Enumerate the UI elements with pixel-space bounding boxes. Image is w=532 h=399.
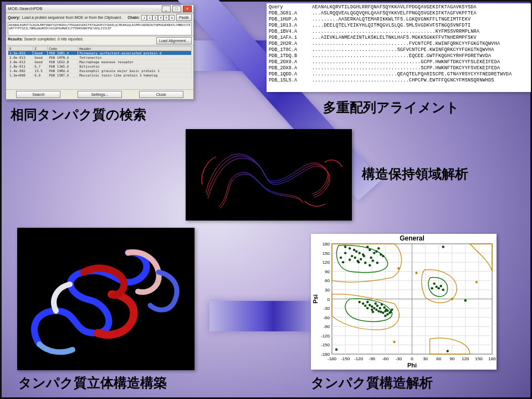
alignment-query-row: Query AEANALKQRVTILDGHLRRFQNAFSQYKKAVLFP… bbox=[269, 4, 529, 11]
backbone-overlay-panel bbox=[186, 129, 352, 221]
svg-text:General: General bbox=[400, 234, 424, 242]
chain-5[interactable]: 5 bbox=[163, 15, 169, 21]
svg-point-77 bbox=[369, 264, 371, 266]
svg-point-100 bbox=[371, 309, 373, 311]
results-label: Results: bbox=[8, 37, 23, 41]
svg-point-110 bbox=[435, 285, 437, 288]
alignment-row: PDB_2OX8.A..............................… bbox=[269, 65, 529, 71]
table-row[interactable]: 1.5e-053GoodPDB_3G81.APulmonary surfacta… bbox=[8, 51, 192, 55]
svg-text:-90: -90 bbox=[323, 324, 330, 329]
svg-point-115 bbox=[431, 287, 433, 289]
alignment-row-seq: .................................FVCNTCP… bbox=[312, 41, 500, 47]
chain-selector[interactable]: 123456 bbox=[141, 15, 175, 21]
alignment-row-name: PDB_1TDQ.B bbox=[269, 53, 312, 59]
alignment-row-seq: ...AIEVKLANMEAEINTLKSKLELTNKLHAFS.MGKKSG… bbox=[312, 35, 477, 41]
svg-point-75 bbox=[357, 261, 360, 263]
chain-4[interactable]: 4 bbox=[158, 15, 163, 21]
svg-text:30: 30 bbox=[423, 356, 428, 361]
alignment-row-seq: ........................................… bbox=[312, 29, 479, 35]
svg-point-97 bbox=[383, 306, 386, 309]
svg-text:-30: -30 bbox=[323, 306, 330, 311]
svg-point-116 bbox=[464, 299, 467, 301]
svg-point-69 bbox=[370, 257, 372, 259]
alignment-row: PDB_1HUP.A.........AASERKALQTEMARIKKWLTF… bbox=[269, 17, 529, 23]
svg-point-124 bbox=[393, 341, 395, 343]
alignment-row: PDB_1BV4.A..............................… bbox=[269, 29, 529, 35]
svg-point-74 bbox=[344, 245, 346, 248]
svg-text:-180: -180 bbox=[328, 356, 337, 361]
col-z[interactable]: Z bbox=[33, 47, 48, 51]
search-button[interactable]: Search bbox=[16, 91, 60, 98]
alignment-row-seq: ...ASLRQQVEALQGQVQHLQAAFSQYKKVELFPNGQSVG… bbox=[312, 11, 477, 17]
svg-text:-30: -30 bbox=[396, 356, 402, 361]
chain-3[interactable]: 3 bbox=[152, 15, 158, 21]
chain-label: Chain: bbox=[127, 16, 140, 19]
alignment-row-name: PDB_1SL5.A bbox=[269, 78, 312, 84]
svg-point-109 bbox=[391, 309, 393, 311]
alignment-row-name: PDB_2H2R.A bbox=[269, 41, 312, 47]
svg-point-107 bbox=[386, 313, 388, 315]
alignment-row-seq: .....................................GCP… bbox=[312, 59, 500, 65]
svg-point-62 bbox=[360, 258, 362, 260]
ramachandran-panel: -180-150-120-90-60-300306090120150180-18… bbox=[311, 234, 497, 370]
alignment-row-name: PDB_2OX9.A bbox=[269, 59, 312, 65]
svg-point-61 bbox=[354, 257, 356, 259]
svg-point-104 bbox=[364, 304, 366, 306]
svg-point-88 bbox=[377, 310, 380, 312]
close-button[interactable]: Close bbox=[139, 91, 183, 98]
svg-point-90 bbox=[382, 311, 384, 314]
sequence-box[interactable]: AEANALKQRVTILDGHLRRFQNAFSQYKKAVLFPDGQAVG… bbox=[8, 22, 192, 35]
col-code[interactable]: Code bbox=[48, 47, 78, 51]
col-header[interactable]: Header bbox=[78, 47, 192, 51]
svg-point-85 bbox=[371, 305, 373, 308]
settings-button[interactable]: Settings... bbox=[78, 91, 122, 98]
svg-point-65 bbox=[366, 245, 369, 248]
maximize-button[interactable]: □ bbox=[172, 6, 181, 12]
close-window-button[interactable]: × bbox=[183, 6, 192, 12]
minimize-button[interactable]: _ bbox=[162, 6, 171, 12]
slide-stage: MOE-SearchPDB _ □ × Query: Load a protei… bbox=[0, 0, 532, 399]
window-footer: Search Settings... Close bbox=[6, 89, 193, 99]
alignment-row: PDB_1T8C.A.............................S… bbox=[269, 47, 529, 53]
col-e[interactable]: E bbox=[8, 47, 33, 51]
svg-point-86 bbox=[373, 307, 375, 309]
svg-text:Psi: Psi bbox=[312, 294, 319, 304]
svg-point-80 bbox=[382, 255, 384, 257]
svg-point-89 bbox=[380, 311, 382, 313]
svg-point-121 bbox=[415, 272, 417, 274]
svg-text:Phi: Phi bbox=[407, 362, 417, 369]
table-row[interactable]: 2.0e-013GoodPDB_1HTN.ATetranectin bbox=[8, 55, 192, 60]
chain-6[interactable]: 6 bbox=[169, 15, 175, 21]
table-row[interactable]: 3.0e-013GoodPDB_1EGI.BMacrophage mannose… bbox=[8, 60, 192, 64]
alignment-query-label: Query bbox=[269, 4, 312, 11]
chain-2[interactable]: 2 bbox=[147, 15, 152, 21]
svg-point-103 bbox=[362, 303, 364, 305]
svg-point-55 bbox=[349, 247, 351, 249]
svg-text:180: 180 bbox=[323, 242, 330, 247]
alignment-row-name: PDB_1T8C.A bbox=[269, 47, 312, 53]
svg-point-68 bbox=[363, 255, 365, 257]
svg-point-105 bbox=[359, 301, 361, 303]
table-row[interactable]: 1.5e+0006.9PDB_1SN7.AMuscarinic toxin-li… bbox=[8, 73, 192, 78]
table-row[interactable]: 1.4e-00213.5PDB_1H8U.AEosinophil granule… bbox=[8, 69, 192, 73]
svg-point-79 bbox=[376, 262, 378, 264]
table-header-row: E Z Code Header bbox=[8, 47, 192, 51]
svg-point-117 bbox=[447, 350, 449, 352]
svg-point-111 bbox=[437, 287, 439, 289]
results-message: Search completed. 6 hits reported. bbox=[24, 37, 84, 41]
alignment-row-seq: .....................................SCP… bbox=[312, 65, 500, 71]
svg-text:150: 150 bbox=[475, 356, 483, 361]
table-row[interactable]: 1.8e-0116.7PDB_1JWI.ABitiscetin bbox=[8, 64, 192, 69]
query-label: Query: bbox=[8, 16, 21, 19]
results-table: E Z Code Header 1.5e-053GoodPDB_3G81.APu… bbox=[8, 46, 192, 78]
chain-1[interactable]: 1 bbox=[141, 15, 147, 21]
caption-search: 相同タンパク質の検索 bbox=[11, 106, 146, 124]
window-buttons: _ □ × bbox=[161, 5, 192, 13]
load-alignment-button[interactable]: Load Alignment... bbox=[156, 37, 192, 44]
paste-button[interactable]: Paste bbox=[176, 14, 192, 21]
alignment-panel: Query AEANALKQRVTILDGHLRRFQNAFSQYKKAVLFP… bbox=[267, 3, 531, 92]
alignment-row-name: PDB_3G81.A bbox=[269, 11, 312, 17]
svg-text:-60: -60 bbox=[382, 356, 389, 361]
svg-text:-60: -60 bbox=[323, 315, 330, 320]
svg-point-70 bbox=[375, 250, 377, 253]
